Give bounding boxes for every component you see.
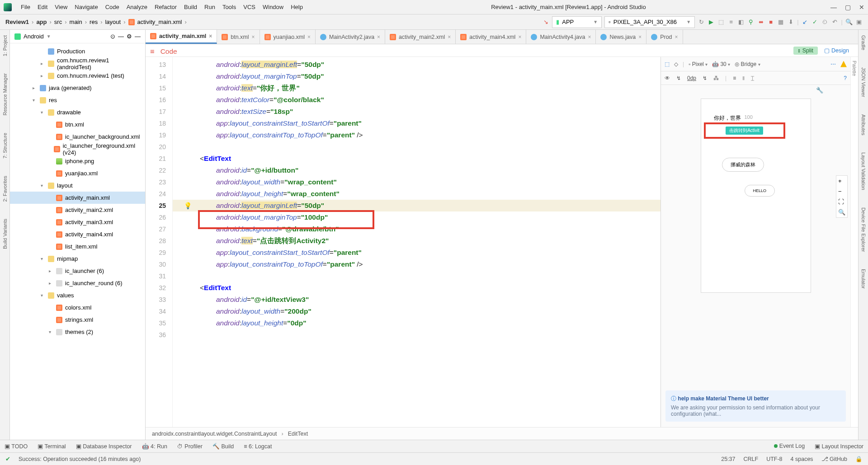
- tool-resource-manager[interactable]: Resource Manager: [2, 70, 8, 118]
- gutter[interactable]: 1314151617181920212223242526272829303132…: [146, 57, 173, 427]
- git-update-icon[interactable]: ↙: [802, 19, 809, 26]
- breadcrumb-item[interactable]: Review1: [5, 19, 29, 25]
- menu-run[interactable]: Run: [201, 4, 219, 10]
- git-rollback-icon[interactable]: ↶: [831, 19, 839, 26]
- target-icon[interactable]: ⊙: [110, 33, 115, 40]
- palette-tab[interactable]: Palette: [850, 57, 858, 427]
- breadcrumb-editor-item[interactable]: androidx.constraintlayout.widget.Constra…: [152, 431, 277, 437]
- guide-icon[interactable]: ⌶: [751, 75, 754, 81]
- coverage-icon[interactable]: ≡: [727, 19, 735, 26]
- editor-tab[interactable]: MainActivity4.java×: [526, 30, 596, 44]
- tree-item[interactable]: btn.xml: [10, 118, 145, 131]
- breadcrumb-item[interactable]: main: [70, 19, 82, 25]
- profile-icon[interactable]: ◧: [737, 19, 745, 26]
- tree-item[interactable]: ▸com.hnucm.review1 (androidTest): [10, 57, 145, 70]
- menu-refactor[interactable]: Refactor: [151, 4, 180, 10]
- editor-tab[interactable]: yuanjiao.xml×: [260, 30, 316, 44]
- tool-terminal[interactable]: ▣ Terminal: [38, 443, 66, 450]
- tree-item[interactable]: activity_main3.xml: [10, 216, 145, 228]
- editor-tab[interactable]: Prod×: [646, 30, 683, 44]
- settings-icon[interactable]: ▣: [855, 19, 863, 26]
- menu-tools[interactable]: Tools: [219, 4, 240, 10]
- tree-item[interactable]: strings.xml: [10, 314, 145, 326]
- collapse-icon[interactable]: —: [118, 33, 124, 40]
- search-icon[interactable]: 🔍: [845, 19, 853, 26]
- tree-item[interactable]: ▾themes (2): [10, 326, 145, 338]
- tree-item[interactable]: activity_main2.xml: [10, 204, 145, 216]
- minimize-icon[interactable]: —: [830, 4, 837, 11]
- tool-todo[interactable]: ▣ TODO: [5, 443, 28, 450]
- tool-favorites[interactable]: 2: Favorites: [2, 173, 8, 204]
- tree-item[interactable]: iphone.png: [10, 155, 145, 167]
- device-combo[interactable]: ▫ PIXEL_3A_API_30_X86 ▼: [604, 16, 695, 28]
- hide-icon[interactable]: —: [135, 33, 141, 40]
- tree-item[interactable]: ▸ic_launcher (6): [10, 265, 145, 277]
- run-icon[interactable]: ▶: [708, 19, 715, 26]
- pack-icon[interactable]: ⫴: [742, 75, 745, 81]
- select-tool-icon[interactable]: ⬚: [665, 61, 670, 67]
- close-tab-icon[interactable]: ×: [638, 34, 642, 40]
- tree-item[interactable]: ▸ic_launcher_round (6): [10, 277, 145, 289]
- breadcrumb-item[interactable]: layout: [105, 19, 121, 25]
- tree-item[interactable]: ▾drawable: [10, 106, 145, 118]
- attach-debug-icon[interactable]: ⚲: [747, 19, 755, 26]
- tree-item[interactable]: activity_main.xml: [10, 192, 145, 204]
- menu-build[interactable]: Build: [180, 4, 201, 10]
- close-tab-icon[interactable]: ×: [252, 34, 255, 40]
- tree-item[interactable]: ▾mipmap: [10, 253, 145, 265]
- git-history-icon[interactable]: ⏲: [821, 19, 829, 26]
- breadcrumb-editor-item[interactable]: EditText: [288, 431, 308, 437]
- gear-icon[interactable]: ⚙: [127, 33, 132, 40]
- zoom-search-icon[interactable]: 🔍: [838, 209, 845, 216]
- notification-banner[interactable]: ⓘ help make Material Theme UI better We …: [665, 390, 846, 422]
- breadcrumb-item[interactable]: app: [36, 19, 47, 25]
- close-tab-icon[interactable]: ×: [307, 34, 311, 40]
- bulb-icon[interactable]: 💡: [184, 200, 192, 211]
- wand-icon[interactable]: ⁂: [713, 75, 719, 81]
- tool-layout-inspector[interactable]: ▣ Layout Inspector: [815, 443, 863, 450]
- tree-item[interactable]: ▾values: [10, 289, 145, 301]
- editor-tab[interactable]: News.java×: [596, 30, 646, 44]
- wrench-icon[interactable]: 🔧: [816, 87, 823, 94]
- eye-icon[interactable]: 👁: [665, 75, 670, 81]
- close-tab-icon[interactable]: ×: [377, 34, 380, 40]
- menu-window[interactable]: Window: [259, 4, 287, 10]
- menu-help[interactable]: Help: [287, 4, 307, 10]
- tree-item[interactable]: ▸java (generated): [10, 82, 145, 94]
- status-caret-pos[interactable]: 25:37: [721, 456, 735, 462]
- breadcrumb-item[interactable]: activity_main.xml: [137, 19, 182, 25]
- api-dropdown[interactable]: 🤖 30 ▾: [712, 61, 730, 67]
- tool-event-log[interactable]: Event Log: [774, 443, 805, 450]
- menu-navigate[interactable]: Navigate: [71, 4, 101, 10]
- magic-icon[interactable]: ↯: [676, 75, 681, 81]
- tree-item[interactable]: list_item.xml: [10, 240, 145, 253]
- tool-attributes[interactable]: Attributes: [861, 112, 866, 138]
- editor-tab[interactable]: activity_main2.xml×: [385, 30, 456, 44]
- tree-item[interactable]: colors.xml: [10, 301, 145, 314]
- tree-item[interactable]: ic_launcher_background.xml: [10, 131, 145, 143]
- pan-tool-icon[interactable]: ◇: [674, 61, 678, 67]
- apply-changes-icon[interactable]: ⬌: [757, 19, 764, 26]
- tree-item[interactable]: yuanjiao.xml: [10, 167, 145, 179]
- tool-build[interactable]: 🔨 Build: [212, 443, 234, 450]
- help-icon[interactable]: ?: [844, 75, 847, 81]
- tree-item[interactable]: activity_main4.xml: [10, 228, 145, 240]
- status-git[interactable]: ⎇ GitHub: [821, 456, 847, 462]
- stop-icon[interactable]: ■: [767, 19, 774, 26]
- tool-json-viewer[interactable]: JSON Viewer: [861, 65, 866, 100]
- menu-analyze[interactable]: Analyze: [123, 4, 151, 10]
- device-dropdown[interactable]: ▫ Pixel ▾: [689, 61, 708, 67]
- close-tab-icon[interactable]: ×: [588, 34, 591, 40]
- debug-icon[interactable]: ⬚: [717, 19, 725, 26]
- tool-db-inspector[interactable]: ▣ Database Inspector: [76, 443, 132, 450]
- menu-file[interactable]: File: [17, 4, 34, 10]
- tool-build-variants[interactable]: Build Variants: [2, 216, 8, 252]
- tool-layout-validation[interactable]: Layout Validation: [861, 150, 866, 193]
- tool-logcat[interactable]: ≡ 6: Logcat: [244, 443, 272, 450]
- tool-structure[interactable]: 7: Structure: [2, 130, 8, 161]
- editor-tab[interactable]: btn.xml×: [217, 30, 259, 44]
- more-icon[interactable]: ⋯: [830, 61, 836, 67]
- zoom-out-icon[interactable]: −: [838, 188, 845, 195]
- tool-project[interactable]: 1: Project: [2, 33, 8, 59]
- tool-profiler[interactable]: ⏱ Profiler: [177, 443, 203, 450]
